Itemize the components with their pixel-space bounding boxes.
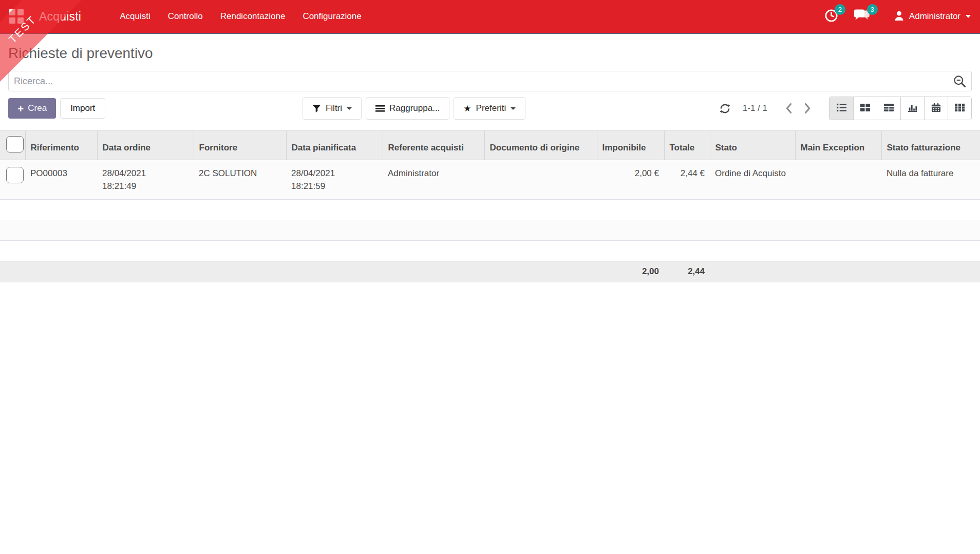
column-header-riferimento[interactable]: Riferimento — [25, 131, 97, 160]
user-avatar-icon — [893, 10, 905, 24]
view-switcher — [829, 97, 972, 120]
empty-row — [0, 241, 980, 261]
star-icon: ★ — [463, 103, 471, 114]
footer-totale-sum: 2,44 — [664, 261, 710, 282]
chevron-down-icon — [966, 15, 971, 18]
table-row[interactable]: PO00003 28/04/2021 18:21:49 2C SOLUTION … — [0, 160, 980, 200]
column-header-totale[interactable]: Totale — [664, 131, 710, 160]
bars-icon — [375, 104, 385, 112]
control-panel: + Crea Import Filtri Raggruppa... ★ — [8, 97, 972, 120]
table-header-row: Riferimento Data ordine Fornitore Data p… — [0, 131, 980, 160]
filters-button[interactable]: Filtri — [303, 97, 362, 120]
select-all-checkbox[interactable] — [6, 136, 24, 152]
calendar-view-button[interactable] — [924, 97, 948, 120]
app-brand[interactable]: Acquisti — [39, 10, 81, 24]
pager-next-icon[interactable] — [798, 101, 817, 116]
cell-fornitore: 2C SOLUTION — [194, 160, 286, 200]
cell-documento-origine — [484, 160, 597, 200]
user-menu[interactable]: Administrator — [893, 10, 971, 24]
menu-configurazione[interactable]: Configurazione — [294, 0, 370, 33]
cell-imponibile: 2,00 € — [597, 160, 664, 200]
column-header-data-ordine[interactable]: Data ordine — [97, 131, 194, 160]
cell-data-ordine: 28/04/2021 18:21:49 — [97, 160, 194, 200]
top-navbar: Acquisti Acquisti Controllo Rendicontazi… — [0, 0, 980, 34]
list-view-icon — [836, 103, 847, 114]
pager-previous-icon[interactable] — [780, 101, 798, 116]
systray: 2 3 Administrator — [809, 9, 971, 25]
pivot-view-icon — [883, 103, 894, 114]
chevron-down-icon — [511, 107, 516, 110]
graph-view-icon — [907, 103, 918, 114]
messages-button[interactable]: 3 — [854, 9, 871, 25]
user-name: Administrator — [909, 11, 960, 22]
kanban-view-icon — [860, 103, 871, 114]
refresh-icon[interactable] — [719, 102, 731, 115]
apps-menu-icon[interactable] — [9, 9, 24, 24]
cell-stato-fatturazione: Nulla da fatturare — [881, 160, 980, 200]
pager: 1-1 / 1 — [719, 97, 972, 120]
search-input[interactable] — [8, 71, 972, 91]
footer-imponibile-sum: 2,00 — [597, 261, 664, 282]
page-title: Richieste di preventivo — [8, 45, 972, 62]
column-header-imponibile[interactable]: Imponibile — [597, 131, 664, 160]
cell-data-pianificata: 28/04/2021 18:21:59 — [286, 160, 383, 200]
grid-view-icon — [954, 103, 965, 114]
menu-acquisti[interactable]: Acquisti — [111, 0, 159, 33]
cell-riferimento: PO00003 — [25, 160, 97, 200]
activities-button[interactable]: 2 — [824, 9, 838, 25]
funnel-icon — [312, 104, 321, 113]
row-checkbox[interactable] — [6, 167, 24, 183]
column-header-main-exception[interactable]: Main Exception — [795, 131, 881, 160]
records-table: Riferimento Data ordine Fornitore Data p… — [0, 130, 980, 282]
kanban-view-button[interactable] — [853, 97, 877, 120]
pivot-view-button[interactable] — [877, 97, 900, 120]
search-minus-icon[interactable] — [953, 74, 967, 90]
table-footer-row: 2,00 2,44 — [0, 261, 980, 282]
column-header-stato[interactable]: Stato — [710, 131, 795, 160]
empty-row — [0, 220, 980, 241]
create-button[interactable]: + Crea — [8, 98, 56, 119]
column-header-data-pianificata[interactable]: Data pianificata — [286, 131, 383, 160]
cell-totale: 2,44 € — [664, 160, 710, 200]
column-header-stato-fatturazione[interactable]: Stato fatturazione — [881, 131, 980, 160]
graph-view-button[interactable] — [900, 97, 924, 120]
menu-controllo[interactable]: Controllo — [159, 0, 212, 33]
dashboard-view-button[interactable] — [948, 97, 971, 120]
search-options: Filtri Raggruppa... ★ Preferiti — [298, 97, 525, 120]
cell-stato: Ordine di Acquisto — [710, 160, 795, 200]
main-menu: Acquisti Controllo Rendicontazione Confi… — [111, 0, 370, 33]
column-header-documento-origine[interactable]: Documento di origine — [484, 131, 597, 160]
import-button[interactable]: Import — [60, 98, 105, 119]
list-view-button[interactable] — [830, 97, 853, 120]
pager-range: 1-1 / 1 — [743, 103, 767, 113]
column-header-fornitore[interactable]: Fornitore — [194, 131, 286, 160]
plus-icon: + — [17, 103, 24, 114]
groupby-button[interactable]: Raggruppa... — [366, 97, 449, 120]
chevron-down-icon — [347, 107, 352, 110]
messages-badge: 3 — [867, 4, 878, 15]
column-header-referente-acquisti[interactable]: Referente acquisti — [383, 131, 484, 160]
search-bar — [8, 71, 972, 91]
menu-rendicontazione[interactable]: Rendicontazione — [212, 0, 294, 33]
cell-main-exception — [795, 160, 881, 200]
favorites-button[interactable]: ★ Preferiti — [454, 97, 525, 120]
calendar-view-icon — [931, 103, 941, 114]
activities-badge: 2 — [835, 4, 845, 15]
cell-referente-acquisti: Administrator — [383, 160, 484, 200]
empty-row — [0, 200, 980, 220]
